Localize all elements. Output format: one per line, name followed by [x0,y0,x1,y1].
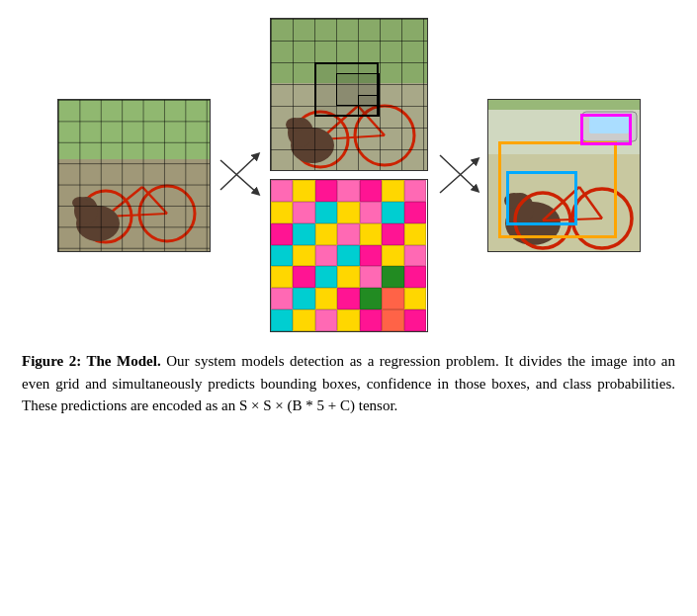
svg-line-10 [220,155,257,190]
grid-cell [293,223,315,245]
grid-cell [337,180,360,202]
center-top-image [270,18,428,171]
grid-cell [404,288,427,309]
grid-cell [271,202,294,223]
grid-cell [337,266,360,288]
right-image [487,99,641,252]
grid-cell [315,202,338,223]
grid-cell [360,266,383,288]
grid-cell [315,288,338,309]
svg-line-23 [440,160,477,193]
caption-bold: Figure 2: The Model. [22,353,161,369]
left-arrows-svg [213,135,267,215]
figure-caption: Figure 2: The Model. Our system models d… [22,350,675,417]
grid-cell [315,180,338,202]
grid-cell [271,245,294,267]
grid-cell [271,309,294,331]
grid-cell [271,266,294,288]
colored-grid [270,179,428,332]
grid-cell [360,288,383,309]
center-column [270,18,428,332]
svg-point-21 [286,118,304,132]
svg-line-22 [440,155,477,190]
bbox-magenta [580,114,632,145]
grid-cell [293,309,315,331]
grid-cell [315,266,338,288]
figure-container: Figure 2: The Model. Our system models d… [22,18,675,417]
grid-cell [337,288,360,309]
grid-cell [360,180,383,202]
grid-cell [293,245,315,267]
grid-cell [382,223,404,245]
grid-cell [382,309,404,331]
bbox-cyan [506,171,577,225]
grid-cell [315,245,338,267]
grid-cell [382,180,404,202]
grid-cell [315,223,338,245]
grid-cell [293,288,315,309]
svg-point-9 [72,197,88,209]
grid-cell [360,202,383,223]
grid-cell [404,202,427,223]
svg-rect-12 [271,19,428,83]
svg-line-11 [220,160,257,193]
diagram-area [22,18,675,332]
grid-cell [404,309,427,331]
grid-cell [360,309,383,331]
grid-cell [337,245,360,267]
grid-cell [315,309,338,331]
grid-cell [293,180,315,202]
left-image [57,99,211,252]
grid-cell [382,288,404,309]
grid-cell [337,309,360,331]
grid-cell [404,180,427,202]
grid-cell [271,180,294,202]
grid-cell [293,202,315,223]
svg-rect-0 [58,100,211,159]
grid-cell [271,288,294,309]
grid-cell [404,266,427,288]
grid-cell [337,202,360,223]
grid-cell [360,223,383,245]
grid-cell [404,223,427,245]
left-arrow-group [211,135,270,215]
grid-cell [382,245,404,267]
grid-cell [382,202,404,223]
right-arrow-group [428,135,487,215]
grid-cell [382,266,404,288]
grid-cell [293,266,315,288]
grid-cell [271,223,294,245]
grid-cell [337,223,360,245]
right-arrows-svg [430,135,484,215]
grid-cell [404,245,427,267]
grid-cell [360,245,383,267]
